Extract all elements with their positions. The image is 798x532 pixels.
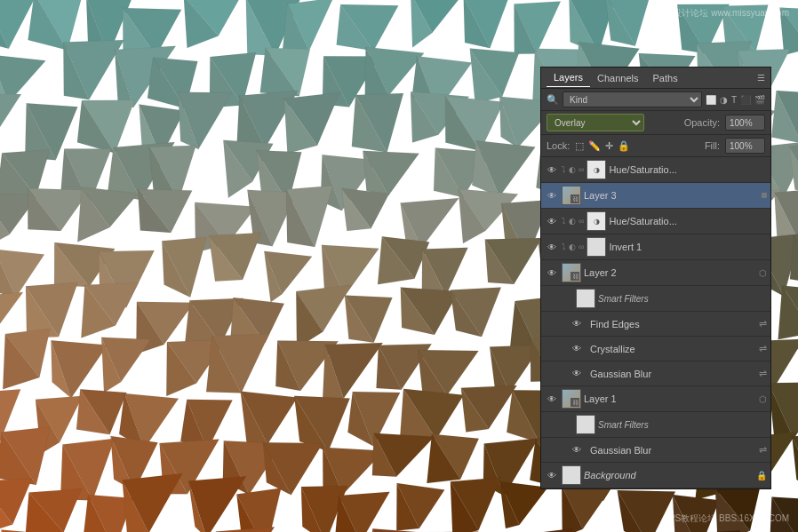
tab-layers[interactable]: Layers (547, 68, 590, 87)
layer-thumb-layer-2: ⛓ (562, 263, 581, 282)
layer-label-hue-sat-2: Hue/Saturatio... (609, 216, 767, 226)
layer-row-layer-3[interactable]: 👁⛓Layer 3 (541, 183, 770, 209)
layer-thumb-smart-filters-1 (576, 415, 595, 434)
eye-icon-hue-sat-1[interactable]: 👁 (545, 163, 559, 176)
layer-row-find-edges[interactable]: 👁Find Edges⇌ (541, 312, 770, 337)
smart-filter-label-smart-filters-1: Smart Filters (598, 420, 767, 430)
smart-object-icon-layer-1: ⬡ (759, 394, 767, 404)
smart-object-icon-layer-2: ⬡ (759, 268, 767, 278)
search-icon: 🔍 (547, 94, 559, 106)
blend-mode-select[interactable]: Overlay (547, 114, 644, 131)
link-icon-hue-sat-2: ∞ (579, 217, 584, 226)
lock-all-icon[interactable]: 🔒 (618, 140, 630, 152)
lock-icon-background: 🔒 (756, 471, 767, 480)
shape-filter-icon[interactable]: ⬛ (740, 95, 751, 105)
eye-icon-smart-filters-2[interactable] (559, 292, 573, 305)
layer-row-layer-1[interactable]: 👁⛓Layer 1⬡ (541, 386, 770, 412)
type-filter-icon[interactable]: T (731, 95, 737, 105)
layer-thumb-invert-1 (587, 237, 606, 257)
watermark-top: 思绘设计论坛 www.missyuan.com (655, 7, 789, 20)
kind-row: 🔍 Kind ⬜ ◑ T ⬛ 🎬 (541, 89, 770, 111)
kind-icons: ⬜ ◑ T ⬛ 🎬 (706, 95, 765, 105)
panel-header: Layers Channels Paths ☰ (541, 67, 770, 89)
opacity-input[interactable] (725, 115, 765, 131)
lock-icons: ⬚ ✏️ ✛ 🔒 (575, 140, 630, 152)
chain-icon-hue-sat-2: ⤵ (562, 217, 566, 226)
lock-row: Lock: ⬚ ✏️ ✛ 🔒 Fill: (541, 135, 770, 157)
layer-thumb-layer-1: ⛓ (562, 389, 581, 409)
layer-label-layer-3: Layer 3 (584, 190, 759, 201)
layer-thumb-hue-sat-1: ◑ (587, 160, 606, 179)
eye-icon-invert-1[interactable]: 👁 (545, 241, 559, 253)
filter-label-gaussian-blur-1: Gaussian Blur (587, 445, 756, 456)
opacity-label: Opacity: (684, 117, 720, 128)
layer-thumb-layer-3: ⛓ (562, 186, 581, 205)
filter-label-crystallize: Crystallize (587, 344, 756, 354)
layer-row-smart-filters-2[interactable]: Smart Filters (541, 286, 770, 312)
filter-label-gaussian-blur-2: Gaussian Blur (587, 369, 756, 379)
adjustment-icon-hue-sat-2: ◐ (569, 217, 576, 226)
link-icon-hue-sat-1: ∞ (579, 165, 584, 174)
adjustment-icon-hue-sat-1: ◐ (569, 165, 576, 174)
filter-adjust-icon-gaussian-blur-2[interactable]: ⇌ (759, 368, 767, 379)
layer-row-invert-1[interactable]: 👁⤵◐∞Invert 1 (541, 234, 770, 260)
eye-icon-find-edges[interactable]: 👁 (570, 318, 584, 330)
filter-adjust-icon-gaussian-blur-1[interactable]: ⇌ (759, 444, 767, 456)
eye-icon-crystallize[interactable]: 👁 (570, 343, 584, 355)
layer-label-invert-1: Invert 1 (609, 242, 767, 252)
filter-adjust-icon-crystallize[interactable]: ⇌ (759, 343, 767, 354)
lock-label: Lock: (547, 140, 570, 151)
filter-adjust-icon-find-edges[interactable]: ⇌ (759, 318, 767, 330)
expand-icon-layer-3[interactable] (762, 193, 767, 198)
adjustment-filter-icon[interactable]: ◑ (720, 95, 728, 105)
adjustment-icon-invert-1: ◐ (569, 242, 576, 251)
eye-icon-layer-1[interactable]: 👁 (545, 393, 559, 405)
layer-row-gaussian-blur-1[interactable]: 👁Gaussian Blur⇌ (541, 438, 770, 463)
fill-input[interactable] (725, 138, 765, 154)
layer-row-gaussian-blur-2[interactable]: 👁Gaussian Blur⇌ (541, 361, 770, 386)
layer-row-background[interactable]: 👁Background🔒 (541, 463, 770, 488)
tab-paths[interactable]: Paths (646, 69, 685, 87)
layers-list: 👁⤵◐∞◑Hue/Saturatio...👁⛓Layer 3👁⤵◐∞◑Hue/S… (541, 157, 770, 488)
lock-paint-icon[interactable]: ✏️ (588, 140, 601, 152)
link-icon-invert-1: ∞ (579, 242, 584, 251)
eye-icon-gaussian-blur-1[interactable]: 👁 (570, 444, 584, 457)
layer-label-hue-sat-1: Hue/Saturatio... (609, 164, 767, 175)
layer-label-background: Background (584, 470, 754, 480)
layer-row-hue-sat-2[interactable]: 👁⤵◐∞◑Hue/Saturatio... (541, 209, 770, 234)
kind-select[interactable]: Kind (563, 91, 702, 107)
layer-row-smart-filters-1[interactable]: Smart Filters (541, 412, 770, 438)
layer-thumb-smart-filters-2 (576, 289, 595, 308)
eye-icon-gaussian-blur-2[interactable]: 👁 (570, 368, 584, 380)
eye-icon-background[interactable]: 👁 (545, 469, 559, 481)
watermark-bottom: PS教程论坛 BBS.16XX8.COM (669, 512, 789, 525)
eye-icon-hue-sat-2[interactable]: 👁 (545, 215, 559, 227)
lock-pixels-icon[interactable]: ⬚ (575, 140, 584, 152)
layer-row-hue-sat-1[interactable]: 👁⤵◐∞◑Hue/Saturatio... (541, 157, 770, 183)
smart-filter-icon[interactable]: 🎬 (754, 95, 765, 105)
panel-menu-icon[interactable]: ☰ (757, 73, 765, 83)
layers-panel: Layers Channels Paths ☰ 🔍 Kind ⬜ ◑ T ⬛ 🎬… (540, 67, 771, 489)
lock-move-icon[interactable]: ✛ (605, 140, 613, 152)
layer-row-layer-2[interactable]: 👁⛓Layer 2⬡ (541, 260, 770, 286)
eye-icon-smart-filters-1[interactable] (559, 418, 573, 431)
chain-icon-hue-sat-1: ⤵ (562, 165, 566, 174)
filter-label-find-edges: Find Edges (587, 319, 756, 330)
fill-label: Fill: (705, 140, 720, 151)
layer-label-layer-1: Layer 1 (584, 393, 756, 404)
pixel-filter-icon[interactable]: ⬜ (706, 95, 716, 105)
layer-thumb-hue-sat-2: ◑ (587, 211, 606, 231)
layer-thumb-background (562, 465, 581, 485)
eye-icon-layer-2[interactable]: 👁 (545, 266, 559, 279)
layer-row-crystallize[interactable]: 👁Crystallize⇌ (541, 337, 770, 361)
eye-icon-layer-3[interactable]: 👁 (545, 189, 559, 202)
chain-icon-invert-1: ⤵ (562, 242, 566, 251)
smart-filter-label-smart-filters-2: Smart Filters (598, 294, 767, 304)
tab-channels[interactable]: Channels (590, 69, 645, 87)
blend-row: Overlay Opacity: (541, 111, 770, 135)
layer-label-layer-2: Layer 2 (584, 267, 756, 278)
